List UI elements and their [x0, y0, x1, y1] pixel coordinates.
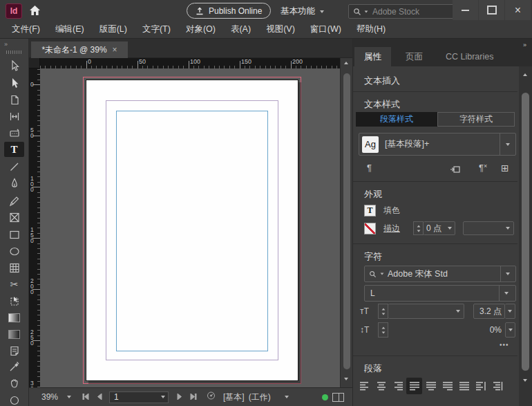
menu-layout[interactable]: 版面(L) [92, 24, 135, 35]
maximize-button[interactable] [479, 0, 504, 20]
stroke-type-dropdown[interactable] [463, 221, 514, 235]
align-center-button[interactable] [373, 378, 389, 394]
gradient-swatch-tool[interactable] [4, 310, 24, 325]
selection-tool[interactable] [4, 58, 24, 73]
scissors-tool[interactable]: ✂ [4, 277, 24, 292]
pencil-tool[interactable] [4, 193, 24, 208]
font-style-arrow[interactable] [499, 286, 510, 301]
menu-table[interactable]: 表(A) [223, 24, 258, 35]
rectangle-tool[interactable] [4, 227, 24, 242]
menu-object[interactable]: 对象(O) [178, 24, 223, 35]
content-collector-tool[interactable] [4, 125, 24, 140]
document-page[interactable] [86, 80, 298, 381]
adobe-stock-search[interactable] [348, 4, 455, 19]
page-number-input[interactable] [113, 391, 154, 403]
home-icon[interactable] [29, 5, 41, 18]
align-right-button[interactable] [390, 378, 406, 394]
tools-drag-handle[interactable] [6, 50, 21, 54]
vertical-ruler[interactable]: 0 50 100 150 200 250 300 [29, 68, 40, 387]
justify-all-button[interactable] [456, 378, 472, 394]
justify-last-right-button[interactable] [439, 378, 455, 394]
paragraph-style-dropdown[interactable]: Ag [基本段落]+ [359, 133, 516, 156]
type-tool[interactable]: T [4, 142, 24, 157]
spread-view-icon[interactable] [332, 393, 344, 402]
free-transform-tool[interactable] [4, 293, 24, 308]
tab-pages[interactable]: 页面 [396, 47, 433, 66]
pen-tool[interactable] [4, 176, 24, 191]
menu-window[interactable]: 窗口(W) [303, 24, 349, 35]
leading-secondary-arrow[interactable] [505, 322, 515, 338]
fill-label[interactable]: 填色 [383, 205, 400, 216]
stroke-weight-control[interactable]: 0 点 [413, 221, 455, 235]
close-button[interactable]: × [505, 0, 531, 20]
tab-properties[interactable]: 属性 [354, 47, 391, 66]
canvas-vertical-scrollbar[interactable] [340, 58, 352, 387]
menu-file[interactable]: 文件(F) [4, 24, 48, 35]
publish-online-button[interactable]: Publish Online [187, 3, 271, 19]
font-size-stepper[interactable] [378, 304, 388, 319]
paragraph-styles-toggle[interactable]: 段落样式 [356, 112, 437, 127]
preflight-profile[interactable]: [基本] [223, 391, 245, 403]
panel-scroll-down-icon[interactable] [523, 379, 527, 382]
align-left-button[interactable] [357, 378, 372, 394]
hand-tool[interactable] [4, 375, 24, 390]
font-size-field[interactable] [388, 304, 464, 319]
align-away-from-spine-button[interactable] [489, 378, 505, 394]
page-number-chevron-icon[interactable] [161, 396, 165, 398]
zoom-tool[interactable] [4, 391, 24, 406]
style-dropdown-arrow[interactable] [500, 133, 513, 155]
font-family-dropdown[interactable]: Adobe 宋体 Std [364, 266, 516, 282]
previous-page-button[interactable] [97, 392, 102, 402]
menu-view[interactable]: 视图(V) [258, 24, 303, 35]
minimize-button[interactable] [453, 0, 478, 20]
leading-stepper[interactable] [378, 322, 388, 338]
document-tab-close-icon[interactable]: × [113, 45, 117, 55]
font-family-arrow[interactable] [500, 266, 511, 282]
align-towards-spine-button[interactable] [473, 378, 488, 394]
menu-type[interactable]: 文字(T) [135, 24, 178, 35]
character-styles-toggle[interactable]: 字符样式 [437, 112, 515, 127]
size-secondary-field[interactable]: 3.2 点 [473, 304, 505, 319]
ruler-corner[interactable] [29, 58, 40, 68]
panel-scrollbar[interactable] [519, 66, 532, 406]
character-more-options-icon[interactable]: ••• [500, 341, 509, 349]
page-tool[interactable] [4, 92, 24, 107]
ellipse-tool[interactable] [4, 243, 24, 259]
pasteboard[interactable] [40, 68, 340, 387]
new-style-icon[interactable]: ⊞ [501, 163, 509, 174]
rectangle-frame-tool[interactable] [4, 210, 24, 225]
tools-collapse-icon[interactable]: » [4, 41, 8, 48]
gradient-feather-tool[interactable] [4, 326, 24, 342]
preflight-icon[interactable] [207, 391, 216, 403]
leading-secondary-field[interactable]: 0% [473, 322, 505, 338]
redefine-style-icon[interactable] [450, 164, 461, 176]
stroke-label[interactable]: 描边 [383, 223, 400, 234]
eyedropper-tool[interactable] [4, 358, 24, 373]
note-tool[interactable] [4, 343, 24, 358]
paragraph-mark-icon[interactable]: ¶ [367, 163, 372, 173]
workspace-switcher[interactable]: 基本功能 [281, 6, 324, 17]
first-page-button[interactable] [82, 392, 89, 402]
line-tool[interactable] [4, 159, 24, 174]
panel-scroll-up-icon[interactable] [523, 73, 527, 76]
tab-cc-libraries[interactable]: CC Libraries [436, 47, 503, 66]
menu-help[interactable]: 帮助(H) [349, 24, 393, 35]
canvas-scroll-thumb[interactable] [343, 73, 350, 369]
text-frame[interactable] [116, 111, 268, 351]
scroll-down-icon[interactable] [344, 378, 348, 380]
document-tab[interactable]: *未命名-1 @ 39% × [31, 41, 128, 58]
clear-overrides-icon[interactable]: ¶× [479, 163, 487, 173]
preflight-chevron-icon[interactable] [285, 396, 289, 398]
stroke-weight-field[interactable]: 0 点 [424, 221, 455, 235]
direct-selection-tool[interactable] [4, 75, 24, 91]
justify-last-center-button[interactable] [423, 378, 439, 394]
panel-scroll-thumb[interactable] [522, 93, 529, 371]
horizontal-grid-tool[interactable] [4, 260, 24, 275]
font-style-dropdown[interactable]: L [364, 285, 516, 302]
page-number-field[interactable] [109, 391, 169, 403]
search-input[interactable] [371, 6, 440, 17]
next-page-button[interactable] [177, 392, 182, 402]
gap-tool[interactable] [4, 109, 24, 124]
menu-edit[interactable]: 编辑(E) [48, 24, 92, 35]
horizontal-ruler[interactable]: 0 50 100 150 200 [40, 58, 340, 68]
